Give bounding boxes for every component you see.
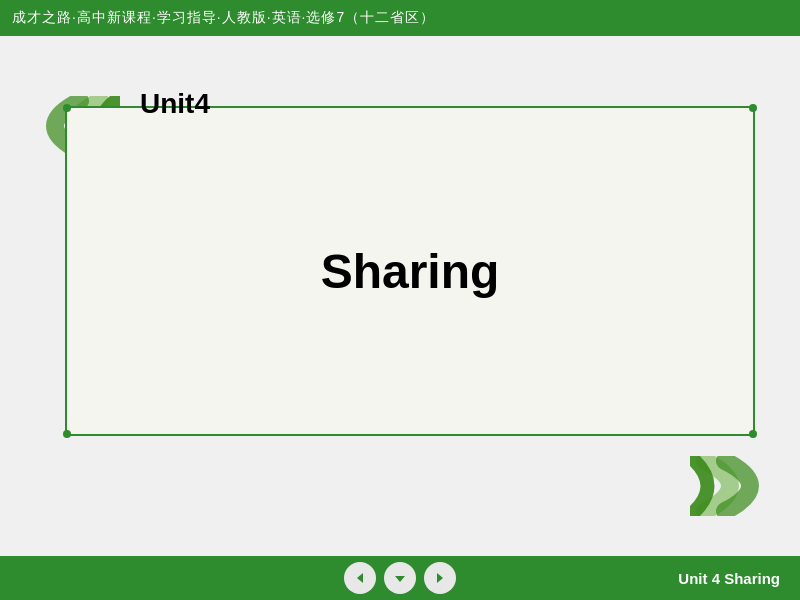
content-box: Sharing: [65, 106, 755, 436]
right-chevron-group: [690, 456, 790, 516]
corner-dot-tr: [749, 104, 757, 112]
svg-marker-1: [395, 576, 405, 582]
footer-bar: Unit 4 Sharing: [0, 556, 800, 600]
header-title: 成才之路·高中新课程·学习指导·人教版·英语·选修7（十二省区）: [12, 9, 435, 27]
sharing-text: Sharing: [321, 244, 500, 299]
decorative-chevrons-right: [690, 456, 790, 516]
next-icon: [433, 571, 447, 585]
corner-dot-bl: [63, 430, 71, 438]
header-bar: 成才之路·高中新课程·学习指导·人教版·英语·选修7（十二省区）: [0, 0, 800, 36]
prev-button[interactable]: [344, 562, 376, 594]
main-content: Sharing Unit4: [0, 36, 800, 556]
prev-icon: [353, 571, 367, 585]
unit-label: Unit4: [140, 88, 210, 120]
corner-dot-tl: [63, 104, 71, 112]
home-button[interactable]: [384, 562, 416, 594]
svg-marker-2: [437, 573, 443, 583]
next-button[interactable]: [424, 562, 456, 594]
svg-marker-0: [357, 573, 363, 583]
corner-dot-br: [749, 430, 757, 438]
home-icon: [393, 571, 407, 585]
navigation-buttons: [344, 562, 456, 594]
footer-unit-info: Unit 4 Sharing: [678, 570, 780, 587]
